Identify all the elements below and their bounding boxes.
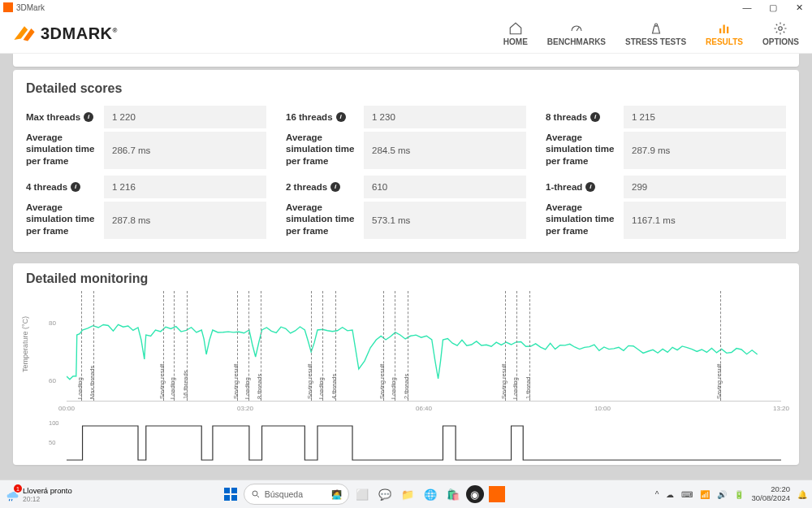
nav-results[interactable]: RESULTS: [706, 21, 743, 46]
notifications-icon[interactable]: 🔔: [797, 490, 807, 499]
score-row: 4 threads i 1 216: [26, 176, 266, 198]
phase-marker: 2 threads: [408, 291, 408, 401]
info-icon[interactable]: i: [590, 112, 600, 122]
taskbar-weather[interactable]: Lloverá pronto 20:12: [5, 486, 72, 503]
scores-title: Detailed scores: [26, 81, 786, 96]
util-ytick: 100: [49, 419, 59, 427]
info-icon[interactable]: i: [585, 182, 595, 192]
tray-language-icon[interactable]: ⌨: [681, 490, 693, 499]
tray-onedrive-icon[interactable]: ☁: [666, 490, 674, 499]
weather-time: 20:12: [23, 495, 72, 503]
score-value: 1 216: [104, 176, 266, 198]
tray-battery-icon[interactable]: 🔋: [734, 490, 744, 499]
score-label: 4 threads i: [26, 176, 104, 198]
phase-label: Loading: [169, 377, 176, 399]
window-title: 3DMark: [16, 3, 45, 12]
svg-point-10: [253, 491, 257, 496]
tray-chevron-icon[interactable]: ^: [655, 490, 659, 499]
score-row: 16 threads i 1 230: [286, 106, 526, 128]
window-titlebar: 3DMark — ▢ ✕: [0, 0, 812, 15]
phase-marker: 1 thread: [529, 291, 530, 401]
nav-results-label: RESULTS: [706, 37, 743, 46]
phase-label: Saving result: [158, 364, 166, 399]
temperature-chart: 80 60 LoadingMax threadsSaving resultLoa…: [49, 291, 786, 423]
phase-label: Saving result: [232, 364, 240, 399]
info-icon[interactable]: i: [330, 182, 340, 192]
windows-taskbar: Lloverá pronto 20:12 Búsqueda 🧑‍💻 ⬜ 💬 📁 …: [0, 480, 812, 508]
info-icon[interactable]: i: [84, 112, 93, 122]
avg-label: Average simulation time per frame: [286, 202, 364, 239]
avg-label: Average simulation time per frame: [546, 132, 624, 169]
gauge-icon: [569, 21, 584, 36]
taskbar-clock[interactable]: 20:20 30/08/2024: [751, 485, 790, 503]
phase-label: 2 threads: [403, 374, 410, 399]
svg-rect-3: [723, 25, 725, 34]
tray-volume-icon[interactable]: 🔊: [717, 490, 727, 499]
score-label: 2 threads i: [286, 176, 364, 198]
phase-marker: Loading: [174, 291, 175, 401]
score-row: 2 threads i 610: [286, 176, 526, 198]
score-avg-row: Average simulation time per frame 573.1 …: [286, 202, 526, 239]
score-value: 1 220: [104, 106, 266, 128]
avg-label: Average simulation time per frame: [26, 202, 104, 239]
svg-rect-9: [231, 495, 237, 501]
monitoring-title: Detailed monitoring: [26, 271, 786, 286]
previous-card-edge: [13, 54, 799, 67]
start-button[interactable]: [221, 484, 240, 504]
tray-wifi-icon[interactable]: 📶: [700, 490, 710, 499]
score-label: 8 threads i: [546, 106, 624, 128]
taskbar-app-steam[interactable]: ◉: [466, 485, 484, 503]
xtick: 13:20: [773, 405, 789, 412]
close-button[interactable]: ✕: [786, 2, 812, 13]
phase-label: Saving result: [715, 364, 723, 399]
avg-value: 1167.1 ms: [624, 202, 786, 239]
phase-marker: Loading: [395, 291, 395, 401]
phase-marker: Saving result: [311, 291, 312, 401]
weather-icon: [5, 487, 19, 501]
score-value: 299: [624, 176, 786, 198]
avg-value: 286.7 ms: [104, 132, 266, 169]
nav-home[interactable]: HOME: [503, 21, 528, 46]
phase-marker: Loading: [516, 291, 517, 401]
results-icon: [717, 21, 732, 36]
score-row: 1-thread i 299: [546, 176, 786, 198]
logo-icon: [13, 23, 36, 46]
avg-label: Average simulation time per frame: [286, 132, 364, 169]
taskbar-app-chat[interactable]: 💬: [375, 484, 395, 504]
score-avg-row: Average simulation time per frame 286.7 …: [26, 132, 266, 169]
phase-marker: 4 threads: [335, 291, 336, 401]
phase-label: 16 threads: [182, 371, 189, 399]
phase-marker: Saving result: [720, 291, 721, 401]
score-avg-row: Average simulation time per frame 287.9 …: [546, 132, 786, 169]
score-label: 1-thread i: [546, 176, 624, 198]
taskbar-search[interactable]: Búsqueda 🧑‍💻: [244, 484, 349, 505]
app-header: 3DMARK® HOME BENCHMARKS STRESS TESTS RES…: [0, 15, 812, 54]
taskbar-app-store[interactable]: 🛍️: [443, 484, 463, 504]
weather-text: Lloverá pronto: [23, 486, 72, 495]
taskbar-app-edge[interactable]: 🌐: [421, 484, 440, 504]
info-icon[interactable]: i: [336, 112, 346, 122]
info-icon[interactable]: i: [71, 182, 80, 192]
search-icon: [251, 489, 261, 499]
nav-options[interactable]: OPTIONS: [762, 21, 799, 46]
minimize-button[interactable]: —: [734, 2, 760, 12]
task-view-button[interactable]: ⬜: [352, 484, 372, 504]
taskbar-app-explorer[interactable]: 📁: [398, 484, 417, 504]
svg-rect-7: [231, 488, 237, 493]
phase-marker: Saving result: [237, 291, 238, 401]
avg-value: 287.8 ms: [104, 202, 266, 239]
taskbar-app-3dmark[interactable]: [487, 484, 507, 504]
ytick: 80: [49, 319, 56, 326]
maximize-button[interactable]: ▢: [760, 2, 786, 13]
score-avg-row: Average simulation time per frame 287.8 …: [26, 202, 266, 239]
app-logo: 3DMARK®: [13, 23, 118, 46]
gear-icon: [773, 21, 788, 36]
phase-marker: Saving result: [505, 291, 506, 401]
score-label: 16 threads i: [286, 106, 364, 128]
scores-grid: Max threads i 1 220 Average simulation t…: [26, 106, 786, 239]
nav-stress-tests[interactable]: STRESS TESTS: [625, 21, 686, 46]
svg-point-1: [654, 24, 657, 26]
nav-benchmarks[interactable]: BENCHMARKS: [547, 21, 606, 46]
xtick: 03:20: [237, 405, 253, 412]
logo-text: 3DMARK®: [41, 24, 118, 43]
